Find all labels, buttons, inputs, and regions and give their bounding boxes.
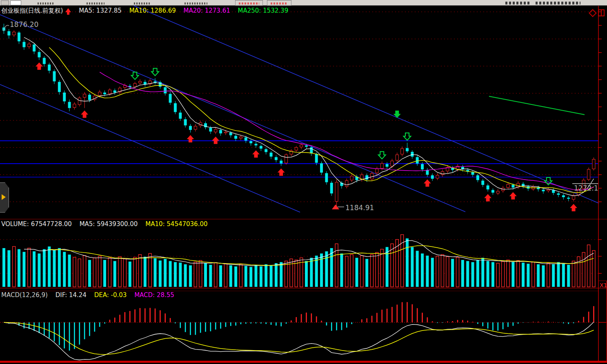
candlesticks[interactable] (2, 24, 595, 208)
chart-corner-tools (590, 9, 605, 16)
dif-readout: DIF: 14.24 (56, 291, 87, 299)
menu-item-fragment[interactable] (87, 2, 105, 4)
menu-status-fragment (505, 2, 530, 4)
chart-canvas[interactable]: 1876.201184.911272.1 X1 (0, 5, 607, 364)
volume-readout: VOLUME: 67547728.00 (1, 220, 72, 228)
svg-text:1876.20: 1876.20 (10, 20, 38, 29)
menu-bar[interactable] (0, 0, 607, 6)
volume-ma5-readout: MA5: 59439300.00 (80, 220, 138, 228)
menu-button-left[interactable] (235, 0, 263, 6)
menu-item-fragment[interactable] (38, 2, 55, 4)
macd-readout: MACD: 28.55 (134, 291, 174, 299)
volume-bars[interactable] (2, 235, 595, 287)
diamond-marker-icon[interactable] (589, 9, 597, 17)
ma10-readout: MA10: 1286.69 (129, 7, 176, 14)
ma250-readout: MA250: 1532.39 (238, 7, 289, 14)
system-menu-icon[interactable] (1, 0, 9, 5)
menu-status-fragment (536, 2, 580, 4)
volume-ma10-readout: MA10: 54547036.00 (145, 220, 207, 228)
ma5-readout: MA5: 1327.85 (79, 7, 122, 14)
up-trend-icon (65, 8, 71, 12)
dea-readout: DEA: -0.03 (94, 291, 127, 299)
expand-arrow-icon (2, 194, 6, 200)
menu-item-fragment[interactable] (185, 2, 207, 4)
instrument-title: 创业板指(日线.前复权) (1, 7, 63, 14)
macd-pane-header: MACD(12,26,9) DIF: 14.24 DEA: -0.03 MACD… (1, 291, 180, 299)
trading-app-window: 创业板指(日线.前复权) MA5: 1327.85 MA10: 1286.69 … (0, 0, 607, 364)
signal-arrows (36, 62, 577, 211)
price-pane-header: 创业板指(日线.前复权) MA5: 1327.85 MA10: 1286.69 … (1, 7, 294, 15)
sidebar-drawer-handle[interactable] (0, 182, 9, 213)
menu-input-box[interactable] (10, 0, 21, 5)
right-price-axis[interactable]: X1 (598, 6, 607, 363)
macd-plot[interactable] (4, 302, 594, 360)
zoom-level-label: X1 (600, 282, 607, 289)
split-window-icon[interactable] (598, 9, 605, 16)
svg-text:1272.1: 1272.1 (574, 184, 598, 192)
volume-pane-header: VOLUME: 67547728.00 MA5: 59439300.00 MA1… (1, 220, 213, 228)
trend-lines[interactable] (0, 6, 599, 212)
macd-title: MACD(12,26,9) (1, 291, 48, 299)
gridlines (0, 12, 607, 363)
ma20-readout: MA20: 1273.61 (184, 7, 230, 14)
menu-button-right[interactable] (267, 0, 291, 6)
menu-item-fragment[interactable] (134, 2, 151, 4)
svg-text:1184.91: 1184.91 (345, 204, 374, 212)
